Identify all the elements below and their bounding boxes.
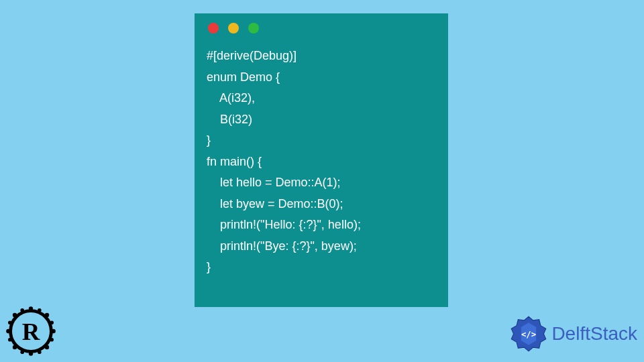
close-icon — [208, 23, 219, 34]
svg-point-14 — [8, 338, 12, 342]
delftstack-badge-icon: </> — [510, 315, 547, 353]
svg-point-13 — [8, 320, 12, 324]
svg-point-15 — [50, 320, 54, 324]
svg-point-3 — [6, 329, 10, 333]
window-traffic-lights — [208, 23, 436, 34]
svg-point-12 — [38, 350, 42, 354]
svg-text:R: R — [22, 318, 40, 345]
minimize-icon — [228, 23, 239, 34]
svg-point-4 — [51, 329, 55, 333]
svg-point-16 — [50, 338, 54, 342]
svg-point-9 — [20, 308, 24, 312]
code-window: #[derive(Debug)] enum Demo { A(i32), B(i… — [195, 13, 448, 307]
rust-logo-icon: R — [4, 304, 58, 358]
svg-point-7 — [13, 345, 17, 349]
svg-point-1 — [29, 306, 33, 310]
delftstack-text: DelftStack — [551, 323, 637, 345]
svg-point-8 — [45, 345, 49, 349]
svg-text:</>: </> — [521, 330, 536, 339]
svg-point-5 — [13, 313, 17, 317]
code-block: #[derive(Debug)] enum Demo { A(i32), B(i… — [207, 46, 436, 278]
delftstack-logo: </> DelftStack — [510, 315, 637, 353]
rust-gear-icon: R — [4, 304, 58, 358]
svg-point-2 — [29, 351, 33, 355]
svg-point-11 — [20, 350, 24, 354]
svg-point-6 — [45, 313, 49, 317]
maximize-icon — [248, 23, 259, 34]
svg-point-10 — [38, 308, 42, 312]
